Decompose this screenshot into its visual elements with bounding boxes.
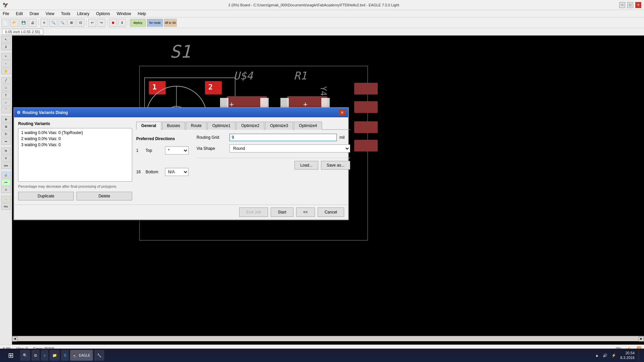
show-desktop-icon[interactable]	[639, 350, 641, 361]
taskbar-edge[interactable]: e	[41, 350, 48, 361]
dialog-close-button[interactable]: ✕	[339, 110, 345, 116]
load-button[interactable]: Load...	[294, 161, 318, 170]
tab-optimize4[interactable]: Optimize4	[294, 122, 322, 130]
save-as-button[interactable]: Save as...	[321, 161, 350, 170]
tool-zoom[interactable]: +	[1, 53, 11, 60]
variants-note: Percentage may decrease after final proc…	[18, 184, 132, 188]
taskbar-extra[interactable]: 🔧	[94, 350, 104, 361]
tb-zoom-fit[interactable]: ⊞	[67, 19, 75, 27]
menu-file[interactable]: File	[1, 11, 10, 17]
via-shape-row: Via Shape Round Square Octagon	[197, 144, 350, 153]
tb-deploy[interactable]: deploy	[130, 19, 146, 27]
tab-busses[interactable]: Busses	[162, 122, 185, 130]
close-button[interactable]: ✕	[635, 2, 641, 8]
tool-arc[interactable]: ⌒	[1, 107, 11, 113]
tab-optimize3[interactable]: Optimize3	[265, 122, 293, 130]
scroll-track[interactable]	[17, 336, 639, 341]
taskbar-skype[interactable]: S	[61, 350, 69, 361]
tool-move[interactable]: ⊕	[1, 116, 11, 123]
tb-stop[interactable]: ⏹	[109, 19, 117, 27]
tool-pan[interactable]: ✋	[1, 68, 11, 74]
delete-button[interactable]: Delete	[76, 192, 132, 200]
menu-options[interactable]: Options	[95, 11, 111, 17]
variant-row-1[interactable]: 1 waiting 0.0% Vias: 0 (TopRouter)	[20, 130, 130, 136]
start-icon: ⊞	[8, 351, 14, 359]
menu-library[interactable]: Library	[76, 11, 91, 17]
taskbar-taskview[interactable]: ⧉	[32, 350, 40, 361]
menu-edit[interactable]: Edit	[14, 11, 24, 17]
layer16-dir-select[interactable]: * H V L R N/A	[165, 168, 189, 176]
menu-tools[interactable]: Tools	[60, 11, 72, 17]
tool-ripup[interactable]: ⤫	[1, 186, 11, 193]
scroll-right[interactable]: ▶	[639, 336, 644, 342]
tool-mirror[interactable]: ⇔	[1, 138, 11, 145]
menu-draw[interactable]: Draw	[28, 11, 40, 17]
end-job-button[interactable]: End Job	[239, 207, 268, 217]
tool-polygon[interactable]: □	[1, 84, 11, 91]
tb-sep3	[107, 19, 107, 26]
tool-value[interactable]: V	[1, 155, 11, 162]
variants-buttons: Duplicate Delete	[18, 192, 132, 200]
menu-window[interactable]: Window	[115, 11, 132, 17]
tb-zoom-sel[interactable]: ⊡	[76, 19, 85, 27]
taskbar-right: ▲ 🔊 ⚡ 20.54 8.3.2016	[595, 350, 641, 361]
menu-view[interactable]: View	[44, 11, 56, 17]
tool-rotate[interactable]: ↻	[1, 131, 11, 137]
layer16-num: 16	[136, 170, 143, 174]
tab-optimize1[interactable]: Optimize1	[207, 122, 235, 130]
tb-open[interactable]: 📂	[10, 19, 18, 27]
coord-bar: 0.05 inch (-0.55 2.55)	[0, 28, 644, 36]
variant-row-2[interactable]: 2 waiting 0.0% Vias: 0	[20, 136, 130, 142]
taskbar-search[interactable]: 🔍	[20, 350, 30, 361]
tb-redo[interactable]: ↪	[97, 19, 105, 27]
maximize-button[interactable]: □	[627, 2, 633, 8]
layer1-dir-select[interactable]: * H V L R N/A	[165, 146, 189, 155]
variants-list[interactable]: 1 waiting 0.0% Vias: 0 (TopRouter) 2 wai…	[18, 128, 132, 182]
tb-print[interactable]: 🖨	[29, 19, 37, 27]
tool-route[interactable]: ⊶	[1, 179, 11, 186]
h-scrollbar[interactable]: ◀ ▶	[12, 336, 644, 341]
tb-idf[interactable]: idf to 3D	[164, 19, 177, 27]
general-tab-content: Preferred Directions 1 Top * H V L R	[136, 134, 350, 180]
back-button[interactable]: <<	[296, 207, 315, 217]
svg-text:2: 2	[208, 83, 213, 91]
layer16-row: 16 Bottom * H V L R N/A	[136, 168, 190, 176]
tool-drc[interactable]: ⚠	[1, 196, 11, 202]
menu-help[interactable]: Help	[137, 11, 148, 17]
tb-zoom-in[interactable]: 🔍	[49, 19, 57, 27]
tool-ratsnest[interactable]: RN	[1, 203, 11, 210]
start-button[interactable]: Start	[271, 207, 293, 217]
tool-wire[interactable]: ╱	[1, 77, 11, 84]
tool-circle[interactable]: ○	[1, 99, 11, 106]
tb-new[interactable]: 📄	[1, 19, 9, 27]
tool-zoom-out[interactable]: −	[1, 60, 11, 67]
taskbar-eagle[interactable]: 🦅 EAGLE	[70, 350, 93, 361]
tb-info[interactable]: ℹ	[118, 19, 126, 27]
tb-route[interactable]: for route	[147, 19, 163, 27]
via-shape-select[interactable]: Round Square Octagon	[229, 144, 350, 153]
tool-name[interactable]: N	[1, 147, 11, 154]
tool-info[interactable]: ℹ	[1, 44, 11, 50]
routing-grid-input[interactable]	[229, 134, 337, 141]
cancel-button[interactable]: Cancel	[318, 207, 344, 217]
tool-copy[interactable]: ⧉	[1, 123, 11, 130]
duplicate-button[interactable]: Duplicate	[18, 192, 74, 200]
tab-optimize2[interactable]: Optimize2	[236, 122, 264, 130]
tb-layers[interactable]: ≡	[40, 19, 48, 27]
variant-row-3[interactable]: 3 waiting 0.0% Vias: 0	[20, 142, 130, 148]
tab-route[interactable]: Route	[186, 122, 207, 130]
tb-save[interactable]: 💾	[19, 19, 28, 27]
scroll-left[interactable]: ◀	[12, 336, 17, 342]
tb-undo[interactable]: ↩	[88, 19, 96, 27]
taskbar-explorer[interactable]: 📁	[50, 350, 60, 361]
start-button-taskbar[interactable]: ⊞	[3, 349, 19, 362]
tool-select[interactable]: ↖	[1, 36, 11, 43]
tb-zoom-out[interactable]: 🔍	[58, 19, 66, 27]
minimize-button[interactable]: ─	[619, 2, 625, 8]
tool-text[interactable]: T	[1, 92, 11, 99]
tool-lock[interactable]: 🔒	[1, 172, 11, 178]
tab-general[interactable]: General	[136, 122, 161, 130]
menu-bar: File Edit Draw View Tools Library Option…	[0, 10, 644, 17]
tool-smash[interactable]: SM	[1, 162, 11, 169]
tb-sep1	[38, 19, 39, 26]
